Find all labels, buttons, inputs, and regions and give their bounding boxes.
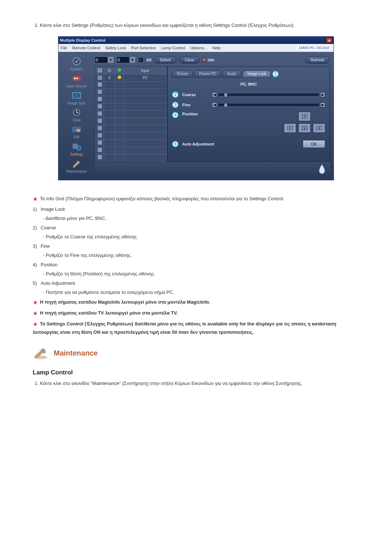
arrow-right-icon[interactable]: ▶ [320,102,325,107]
row-checkbox[interactable] [98,148,102,152]
id-from-combo[interactable]: ▼ [95,57,114,63]
table-row[interactable] [95,118,167,125]
row-checkbox[interactable] [98,90,102,94]
coarse-slider[interactable]: ◀ ▶ [212,93,325,97]
position-label: Position [182,112,208,116]
table-row[interactable] [95,81,167,89]
tab-picture[interactable]: Picture [172,70,193,78]
menu-port-selection[interactable]: Port Selection [131,46,156,50]
id-to-input[interactable] [117,57,130,63]
sidebar-item-image-size[interactable]: Image Size [68,90,86,105]
col-status-icon [115,67,124,74]
fine-slider[interactable]: ◀ ▶ [212,103,325,107]
status-led-icon [203,58,206,62]
instruction-text: Κάντε κλικ στο Settings (Ρυθμίσεις) των … [40,22,295,28]
position-down-button[interactable] [298,123,311,133]
menu-lamp-control[interactable]: Lamp Control [161,46,185,50]
app-screenshot: Multiple Display Control × File Remote C… [58,36,334,180]
table-row[interactable] [95,132,167,139]
star-icon: ★ [33,299,38,305]
table-row[interactable] [95,103,167,110]
position-pad [284,112,325,133]
chevron-down-icon[interactable]: ▼ [108,57,114,63]
position-up-button[interactable] [298,112,311,121]
table-row[interactable] [95,147,167,154]
star-icon: ★ [33,196,38,202]
sidebar-label-image-size: Image Size [68,101,86,105]
table-row[interactable] [95,89,167,96]
all-checkbox[interactable]: ✓ [138,57,143,62]
row-checkbox[interactable] [98,133,102,138]
sidebar-item-settings[interactable]: Settings [70,141,83,156]
svg-rect-3 [76,78,78,79]
clear-button[interactable]: Clear [179,56,200,63]
callout-2: 2 [172,91,179,98]
row-checkbox[interactable] [98,104,102,108]
callout-5: 5 [172,141,179,147]
tab-audio[interactable]: Audio [222,70,241,78]
col-input: Input [124,67,167,74]
table-row[interactable]: 0 PC [95,74,167,81]
position-left-button[interactable] [284,123,296,133]
row-id: 0 [104,74,115,81]
header-checkbox[interactable] [98,68,102,73]
table-row[interactable] [95,110,167,118]
row-checkbox[interactable] [98,82,102,87]
close-icon[interactable]: × [326,38,332,43]
arrow-left-icon[interactable]: ◀ [212,102,217,107]
callout-4: 4 [172,112,179,118]
row-checkbox[interactable] [98,155,102,159]
svg-rect-7 [77,129,80,132]
row-status [115,74,124,81]
table-row[interactable] [95,96,167,103]
star-icon: ★ [33,321,38,327]
sidebar-item-system[interactable]: System [70,56,83,71]
idle-label: Idle [208,58,215,62]
menu-bar: File Remote Control Safety Lock Port Sel… [58,44,334,52]
instruction-list: Κάντε κλικ στο Settings (Ρυθμίσεις) των … [33,22,359,29]
info-grid: ID Input 0 PC [95,66,167,162]
menu-safety-lock[interactable]: Safety Lock [105,46,126,50]
row-checkbox[interactable] [98,97,102,101]
row-checkbox[interactable] [98,140,102,145]
menu-options[interactable]: Options... [190,46,207,50]
title-bar: Multiple Display Control × [58,37,334,44]
tab-image-lock[interactable]: Image Lock [243,70,271,78]
id-from-input[interactable] [95,57,108,63]
table-row[interactable] [95,125,167,132]
table-row[interactable] [95,139,167,147]
chevron-down-icon[interactable]: ▼ [130,57,135,63]
arrow-right-icon[interactable]: ▶ [320,92,325,97]
menu-remote-control[interactable]: Remote Control [72,46,100,50]
callout-3: 3 [172,102,179,108]
row-checkbox[interactable] [98,119,102,123]
tab-picture-pc[interactable]: Picture PC [194,70,221,78]
note-3: 3)Fine [33,243,359,250]
sidebar-label-pip: PIP [74,135,79,139]
id-to-combo[interactable]: ▼ [117,57,135,63]
grid-table: ID Input 0 PC [95,67,167,161]
row-checkbox[interactable] [98,75,102,80]
table-row[interactable] [95,154,167,161]
refresh-button[interactable]: Refresh [305,56,330,63]
sidebar-item-input-source[interactable]: Input Source [66,73,87,88]
svg-point-10 [78,147,79,149]
menu-file[interactable]: File [61,46,67,50]
row-checkbox[interactable] [98,111,102,116]
position-right-button[interactable] [313,123,325,133]
note-1-sub: - Διατίθεται μόνο για PC, BNC. [33,215,359,222]
sidebar-item-time[interactable]: Time [70,107,83,122]
ok-button[interactable]: OK [303,140,325,148]
auto-adjustment-row: 5 Auto Adjustment OK [172,140,325,148]
maintenance-icon [70,159,83,169]
note-1: 1)Image Lock [33,206,359,213]
arrow-left-icon[interactable]: ◀ [212,92,217,97]
main-row: ID Input 0 PC [95,66,330,162]
select-button[interactable]: Select [154,56,176,63]
sidebar-item-pip[interactable]: PIP [70,124,83,139]
menu-help[interactable]: Help [212,46,221,50]
row-checkbox[interactable] [98,126,102,130]
star-icon: ★ [33,310,38,316]
notes-list: ★Το Info Grid (Πλέγμα Πληροφοριών) εμφαν… [33,195,359,336]
sidebar-item-maintenance[interactable]: Maintenance [66,159,87,173]
